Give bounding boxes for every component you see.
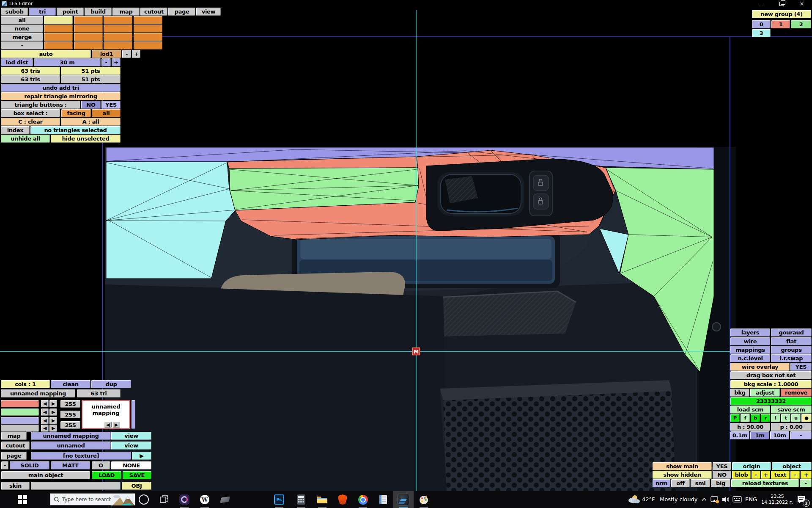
step-1m-button[interactable]: 1m [750,431,769,439]
taskbar-app-lfs-editor[interactable] [393,491,414,508]
tab-view[interactable]: view [196,8,221,16]
reload-minus-button[interactable]: - [800,479,812,487]
main-object-label[interactable]: main object [1,471,90,479]
taskbar-app-notepad[interactable] [373,491,393,508]
pitch-value[interactable]: p : 0.00 [771,423,812,431]
skin-value[interactable] [31,482,121,490]
tray-chevron-icon[interactable] [701,497,707,502]
mapping-scroll-strip[interactable] [132,400,135,429]
lod-dist-plus[interactable]: + [112,58,121,66]
gray-right-arrow[interactable]: ▶ [49,425,57,432]
nclevel-button[interactable]: n.c.level [730,354,770,362]
hide-unselected-button[interactable]: hide unselected [51,135,121,143]
text-label[interactable]: text [771,471,790,479]
group-3-button[interactable]: 3 [752,29,771,37]
red-right-arrow[interactable]: ▶ [49,400,57,407]
subob-cell-1-3[interactable] [134,25,162,33]
wire-button[interactable]: wire [730,337,770,345]
volume-icon[interactable] [721,496,730,503]
subob-none-button[interactable]: none [1,25,43,33]
blob-label[interactable]: blob [732,471,751,479]
tab-tri[interactable]: tri [29,8,56,16]
bkg-adjust-button[interactable]: adjust [750,389,780,397]
select-all-button[interactable]: A : all [61,118,121,126]
view-axis-b[interactable]: b [751,414,760,422]
green-right-arrow[interactable]: ▶ [49,409,57,416]
red-left-arrow[interactable]: ◀ [41,400,49,407]
bkg-remove-button[interactable]: remove [781,389,812,397]
index-button[interactable]: index [1,126,30,134]
cutout-view-button[interactable]: view [111,442,151,450]
subob-minus-button[interactable]: - [1,41,43,50]
taskbar-app-calculator[interactable] [291,491,311,508]
box-select-all[interactable]: all [92,109,121,117]
triangle-buttons-no[interactable]: NO [81,101,101,109]
gray-left-arrow[interactable]: ◀ [41,425,49,432]
object-button[interactable]: object [772,462,812,470]
flat-button[interactable]: flat [771,337,812,345]
blob-minus[interactable]: - [752,471,760,479]
view-dot-button[interactable]: ● [801,414,812,422]
red-value[interactable]: 255 [60,400,80,408]
close-button[interactable]: × [793,0,810,8]
subob-cell-2-2[interactable] [104,33,132,41]
skin-label[interactable]: skin [1,482,30,490]
taskbar-app-photoshop[interactable]: Ps [269,491,289,508]
taskbar-app-explorer[interactable] [312,491,332,508]
origin-button[interactable]: origin [732,462,771,470]
nrm-off-button[interactable]: off [671,479,690,487]
reload-textures-button[interactable]: reload textures [731,479,799,487]
blue-left-arrow[interactable]: ◀ [41,417,49,424]
start-button[interactable] [17,494,28,505]
show-main-label[interactable]: show main [653,462,712,470]
repair-mirroring-button[interactable]: repair triangle mirroring [1,92,121,100]
none-button[interactable]: NONE [111,461,151,469]
taskbar-app-chrome[interactable] [353,491,373,508]
nrm-sml-button[interactable]: sml [691,479,710,487]
view-axis-r[interactable]: r [761,414,770,422]
step-10m-button[interactable]: 10m [770,431,789,439]
subob-cell-3-3[interactable] [134,41,162,50]
wire-overlay-value[interactable]: YES [790,363,812,371]
cols-button[interactable]: cols : 1 [1,380,50,388]
taskbar-app-brave[interactable] [332,491,353,508]
taskbar-app-purple[interactable] [174,491,195,508]
view-axis-f[interactable]: f [741,414,750,422]
green-value[interactable]: 255 [60,411,80,418]
search-input[interactable]: Type here to search [50,493,135,505]
blue-value[interactable]: 255 [60,421,80,429]
tab-build[interactable]: build [85,8,112,16]
lod-minus-button[interactable]: - [122,50,131,58]
text-plus[interactable]: + [801,471,812,479]
tab-subob[interactable]: subob [1,8,28,16]
subob-cell-2-1[interactable] [74,33,103,41]
solid-button[interactable]: SOLID [10,461,49,469]
bkg-color-code[interactable]: 23333332 [730,397,812,405]
tab-map[interactable]: map [112,8,140,16]
taskbar-app-steam[interactable] [215,491,235,508]
lod-auto-button[interactable]: auto [1,50,91,58]
load-scm-button[interactable]: load scm [730,406,770,414]
subob-cell-0-3[interactable] [134,16,162,24]
weather-desc[interactable]: Mostly cloudy [660,496,697,502]
cutout-value[interactable]: unnamed [31,442,111,450]
swatch-green[interactable] [1,409,39,416]
view-axis-u[interactable]: u [791,414,801,422]
dup-button[interactable]: dup [91,380,131,388]
subob-cell-0-0[interactable] [44,16,73,24]
taskbar-app-wiki[interactable]: W [195,491,215,508]
view-axis-P[interactable]: P [730,414,740,422]
groups-button[interactable]: groups [771,346,812,354]
clear-selection-button[interactable]: C : clear [1,118,60,126]
view-axis-l[interactable]: l [771,414,780,422]
subob-merge-button[interactable]: merge [1,33,43,41]
o-button[interactable]: O [92,461,110,469]
heading-value[interactable]: h : 90.00 [730,423,770,431]
save-scm-button[interactable]: save scm [771,406,812,414]
group-1-button[interactable]: 1 [771,20,790,28]
gouraud-button[interactable]: gouraud [771,329,812,337]
lod-dist-value[interactable]: 30 m [34,58,101,66]
map-value[interactable]: unnamed mapping [31,432,111,440]
subob-all-button[interactable]: all [1,16,43,24]
mappings-button[interactable]: mappings [730,346,770,354]
